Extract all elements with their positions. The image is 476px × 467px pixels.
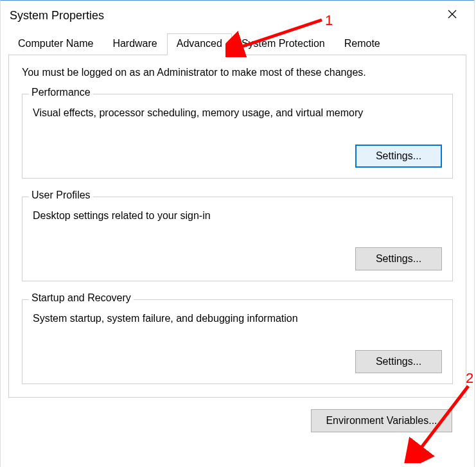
tab-strip: Computer Name Hardware Advanced System P… (1, 33, 474, 55)
groupbox-user-profiles-actions: Settings... (33, 247, 442, 270)
groupbox-performance-actions: Settings... (33, 145, 442, 168)
groupbox-startup-recovery: Startup and Recovery System startup, sys… (22, 299, 453, 384)
annotation-label-2: 2 (466, 370, 473, 387)
tab-computer-name[interactable]: Computer Name (8, 33, 103, 55)
tab-system-protection[interactable]: System Protection (232, 33, 335, 55)
groupbox-startup-recovery-legend: Startup and Recovery (29, 292, 134, 304)
groupbox-startup-recovery-desc: System startup, system failure, and debu… (33, 313, 442, 324)
annotation-label-1: 1 (325, 12, 333, 29)
startup-recovery-settings-button[interactable]: Settings... (355, 350, 442, 373)
performance-settings-button[interactable]: Settings... (355, 145, 442, 168)
titlebar: System Properties (1, 1, 474, 33)
footer-actions: Environment Variables... (1, 398, 474, 432)
groupbox-performance-legend: Performance (29, 87, 93, 98)
groupbox-user-profiles: User Profiles Desktop settings related t… (22, 197, 453, 281)
environment-variables-button[interactable]: Environment Variables... (311, 409, 452, 432)
intro-text: You must be logged on as an Administrato… (22, 67, 453, 78)
close-icon (448, 10, 457, 19)
tab-advanced[interactable]: Advanced (167, 33, 232, 55)
tab-remote[interactable]: Remote (335, 33, 390, 55)
groupbox-user-profiles-legend: User Profiles (29, 189, 93, 201)
window-title: System Properties (10, 9, 104, 22)
system-properties-window: System Properties Computer Name Hardware… (0, 0, 475, 467)
groupbox-performance-desc: Visual effects, processor scheduling, me… (33, 107, 442, 119)
user-profiles-settings-button[interactable]: Settings... (355, 247, 442, 270)
groupbox-performance: Performance Visual effects, processor sc… (22, 94, 453, 179)
groupbox-user-profiles-desc: Desktop settings related to your sign-in (33, 210, 442, 222)
groupbox-startup-recovery-actions: Settings... (33, 350, 442, 373)
tab-panel-advanced: You must be logged on as an Administrato… (8, 55, 466, 398)
tab-hardware[interactable]: Hardware (103, 33, 166, 55)
close-button[interactable] (439, 4, 465, 24)
